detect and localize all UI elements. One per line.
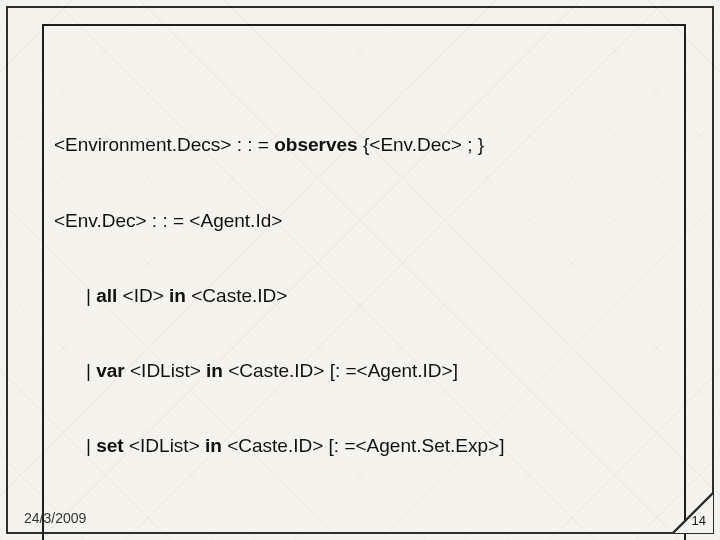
footer-date: 24/3/2009 bbox=[24, 510, 86, 526]
text: {<Env.Dec> ; } bbox=[358, 134, 484, 155]
text: | bbox=[86, 285, 96, 306]
text: <Caste.ID> [: =<Agent.ID>] bbox=[223, 360, 458, 381]
page-number: 14 bbox=[692, 513, 706, 528]
kw-in: in bbox=[205, 435, 222, 456]
text: <IDList> bbox=[124, 435, 205, 456]
kw-observes: observes bbox=[274, 134, 357, 155]
text: <ID> bbox=[117, 285, 169, 306]
text: <Caste.ID> bbox=[186, 285, 287, 306]
text: | bbox=[86, 360, 96, 381]
grammar-text: <Environment.Decs> : : = observes {<Env.… bbox=[54, 32, 674, 540]
text: | bbox=[86, 435, 96, 456]
env-line2: <Env.Dec> : : = <Agent.Id> bbox=[54, 208, 674, 233]
env-line5: | set <IDList> in <Caste.ID> [: =<Agent.… bbox=[54, 433, 674, 458]
kw-in: in bbox=[169, 285, 186, 306]
text: <Environment.Decs> : : = bbox=[54, 134, 274, 155]
kw-in: in bbox=[206, 360, 223, 381]
env-line3: | all <ID> in <Caste.ID> bbox=[54, 283, 674, 308]
kw-var: var bbox=[96, 360, 125, 381]
text: <Caste.ID> [: =<Agent.Set.Exp>] bbox=[222, 435, 505, 456]
kw-set: set bbox=[96, 435, 123, 456]
grammar-box: <Environment.Decs> : : = observes {<Env.… bbox=[42, 24, 686, 540]
env-line1: <Environment.Decs> : : = observes {<Env.… bbox=[54, 132, 674, 157]
kw-all: all bbox=[96, 285, 117, 306]
env-block: <Environment.Decs> : : = observes {<Env.… bbox=[54, 82, 674, 508]
env-line4: | var <IDList> in <Caste.ID> [: =<Agent.… bbox=[54, 358, 674, 383]
text: <IDList> bbox=[125, 360, 206, 381]
